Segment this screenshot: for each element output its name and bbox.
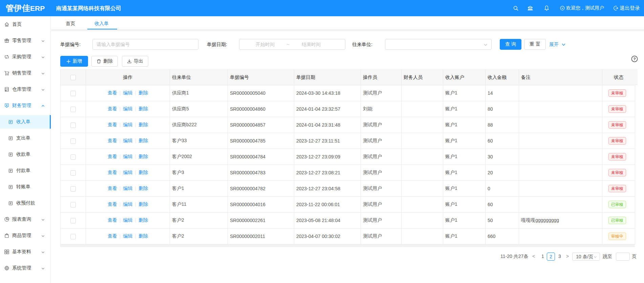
svg-text:?: ?: [633, 57, 636, 61]
